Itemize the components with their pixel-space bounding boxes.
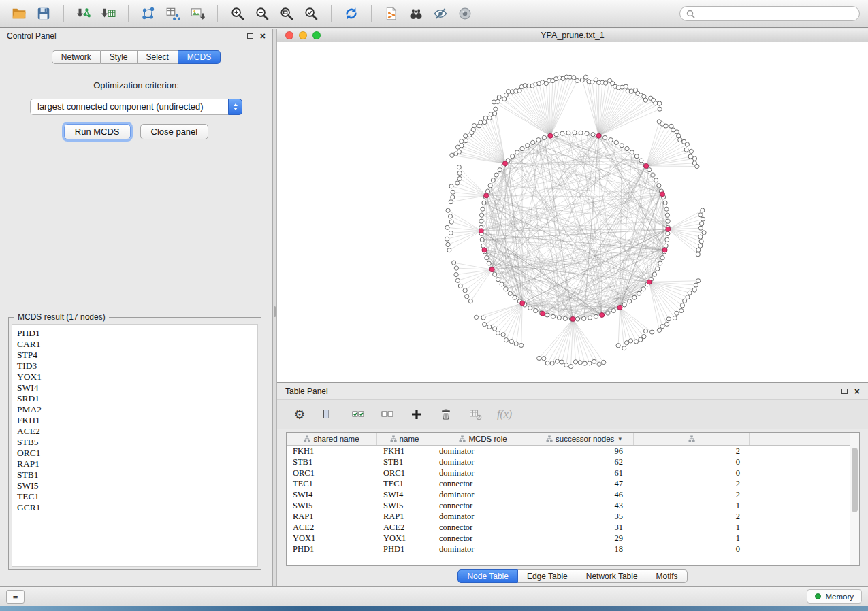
table-cell[interactable]: 46 [534, 490, 634, 500]
table-row[interactable]: STB1STB1dominator620 [287, 457, 850, 467]
close-window-icon[interactable] [285, 31, 293, 39]
close-panel-icon[interactable]: × [260, 31, 266, 41]
tab-edge-table[interactable]: Edge Table [518, 569, 577, 583]
table-cell[interactable]: SWI5 [377, 501, 432, 511]
mcds-result-item[interactable]: STB1 [17, 469, 253, 480]
network-window-titlebar[interactable]: YPA_prune.txt_1 [277, 29, 868, 42]
table-cell[interactable]: dominator [432, 544, 534, 555]
table-cell[interactable]: 47 [534, 479, 634, 489]
save-session-button[interactable] [33, 3, 54, 24]
table-row[interactable]: RAP1RAP1dominator352 [287, 511, 850, 522]
table-row[interactable]: SWI5SWI5connector431 [287, 500, 850, 511]
mcds-result-item[interactable]: ACE2 [17, 426, 253, 437]
table-row[interactable]: TEC1TEC1connector472 [287, 478, 850, 489]
search-input[interactable] [699, 9, 854, 18]
zoom-out-button[interactable] [251, 3, 273, 24]
table-cell[interactable]: connector [432, 501, 534, 511]
table-cell[interactable]: dominator [432, 468, 534, 478]
show-graphics-button[interactable] [454, 3, 476, 24]
deselect-all-button[interactable] [379, 406, 396, 423]
mcds-result-item[interactable]: PHD1 [17, 328, 253, 339]
table-settings-button[interactable]: ⚙ [291, 406, 308, 423]
tab-motifs[interactable]: Motifs [647, 569, 688, 583]
mcds-result-item[interactable]: PMA2 [17, 404, 253, 415]
table-cell[interactable]: 61 [534, 468, 634, 478]
panel-splitter[interactable] [273, 29, 277, 586]
mcds-result-item[interactable]: SRD1 [17, 393, 253, 404]
table-cell[interactable]: FKH1 [377, 446, 432, 457]
table-cell[interactable]: ORC1 [377, 468, 432, 478]
table-cell[interactable]: 2 [634, 479, 750, 489]
import-table-button[interactable] [97, 3, 119, 24]
annotation-button[interactable] [381, 3, 402, 24]
minimize-window-icon[interactable] [299, 31, 307, 39]
add-row-button[interactable] [408, 406, 425, 423]
tab-style[interactable]: Style [101, 50, 138, 64]
memory-button[interactable]: Memory [807, 589, 862, 604]
mcds-result-item[interactable]: TEC1 [17, 491, 253, 502]
table-cell[interactable]: 18 [534, 544, 634, 555]
table-cell[interactable]: 0 [634, 544, 750, 555]
table-cell[interactable]: 1 [634, 501, 750, 511]
table-cell[interactable]: dominator [432, 512, 534, 522]
table-cell[interactable]: 29 [534, 533, 634, 544]
split-column-button[interactable] [320, 406, 338, 423]
table-cell[interactable]: TEC1 [287, 479, 377, 489]
table-cell[interactable]: YOX1 [377, 533, 432, 544]
table-cell[interactable]: RAP1 [377, 512, 432, 522]
mcds-result-list[interactable]: PHD1CAR1STP4TID3YOX1SWI4SRD1PMA2FKH1ACE2… [12, 324, 258, 567]
table-cell[interactable]: 0 [634, 468, 750, 478]
mcds-result-item[interactable]: YOX1 [17, 371, 253, 382]
table-row[interactable]: YOX1YOX1connector291 [287, 533, 850, 544]
scrollbar-thumb[interactable] [852, 448, 858, 512]
mcds-result-item[interactable]: FKH1 [17, 415, 253, 426]
import-network-button[interactable] [73, 3, 95, 24]
table-cell[interactable]: 31 [534, 523, 634, 533]
table-cell[interactable]: STB1 [377, 457, 432, 467]
table-cell[interactable]: ACE2 [287, 523, 377, 533]
close-table-panel-icon[interactable]: × [854, 386, 860, 396]
table-cell[interactable]: 35 [534, 512, 634, 522]
refresh-layout-button[interactable] [340, 3, 362, 24]
table-cell[interactable]: connector [432, 533, 534, 544]
mcds-result-item[interactable]: RAP1 [17, 459, 253, 469]
float-panel-icon[interactable] [247, 33, 253, 39]
open-session-button[interactable] [8, 3, 30, 24]
zoom-fit-button[interactable] [276, 3, 298, 24]
table-cell[interactable]: RAP1 [287, 512, 377, 522]
network-canvas[interactable] [277, 42, 868, 382]
table-cell[interactable]: 2 [634, 446, 750, 457]
table-cell[interactable]: FKH1 [287, 446, 377, 457]
run-mcds-button[interactable]: Run MCDS [64, 124, 131, 139]
table-cell[interactable]: SWI5 [287, 501, 377, 511]
table-cell[interactable]: 1 [634, 523, 750, 533]
task-history-button[interactable]: ≡ [6, 590, 25, 604]
criterion-dropdown[interactable]: largest connected component (undirected) [30, 99, 242, 115]
table-row[interactable]: FKH1FKH1dominator962 [287, 446, 850, 457]
table-cell[interactable]: dominator [432, 490, 534, 500]
table-cell[interactable]: 62 [534, 457, 634, 467]
table-cell[interactable]: connector [432, 523, 534, 533]
table-row[interactable]: SWI4SWI4dominator462 [287, 489, 850, 500]
select-all-button[interactable] [349, 406, 367, 423]
table-cell[interactable]: 2 [634, 490, 750, 500]
column-header-predecessor-nodes[interactable] [634, 433, 750, 445]
table-cell[interactable]: 2 [634, 512, 750, 522]
table-cell[interactable]: ORC1 [287, 468, 377, 478]
tab-select[interactable]: Select [138, 50, 178, 64]
export-network-button[interactable] [138, 3, 159, 24]
export-table-button[interactable] [162, 3, 184, 24]
table-cell[interactable]: PHD1 [287, 544, 377, 555]
export-image-button[interactable] [187, 3, 208, 24]
table-cell[interactable]: SWI4 [287, 490, 377, 500]
mcds-result-item[interactable]: TID3 [17, 361, 253, 371]
table-scrollbar[interactable] [850, 433, 859, 565]
zoom-selected-button[interactable] [300, 3, 322, 24]
mcds-result-item[interactable]: STB5 [17, 437, 253, 448]
column-header-mcds-role[interactable]: MCDS role [432, 433, 534, 445]
mcds-result-item[interactable]: CAR1 [17, 339, 253, 350]
mcds-result-item[interactable]: SWI5 [17, 480, 253, 491]
delete-row-button[interactable] [437, 406, 455, 423]
mcds-result-item[interactable]: ORC1 [17, 448, 253, 459]
table-row[interactable]: ACE2ACE2connector311 [287, 522, 850, 533]
